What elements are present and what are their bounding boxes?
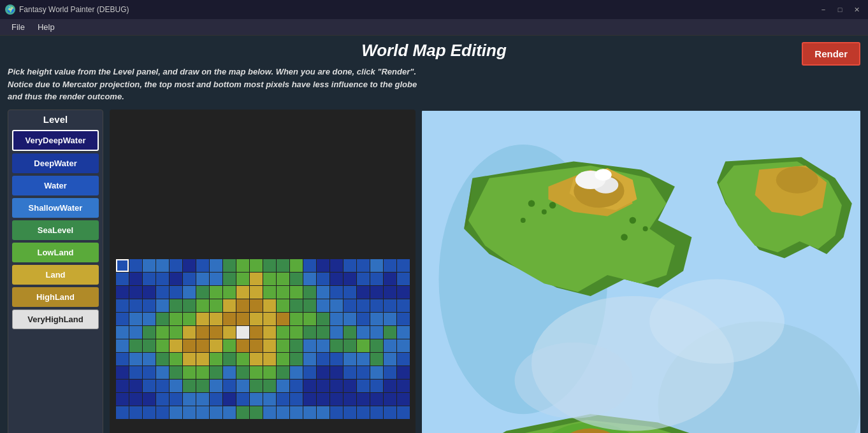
grid-cell[interactable] — [170, 366, 182, 379]
grid-cell[interactable] — [116, 273, 129, 285]
menu-help[interactable]: Help — [31, 20, 61, 34]
grid-cell[interactable] — [370, 313, 383, 325]
grid-cell[interactable] — [143, 353, 156, 366]
grid-cell[interactable] — [290, 393, 303, 406]
grid-cell[interactable] — [196, 299, 209, 312]
grid-cell[interactable] — [263, 339, 276, 352]
grid-cell[interactable] — [344, 339, 356, 352]
grid-cell[interactable] — [250, 339, 263, 352]
grid-map[interactable] — [112, 255, 414, 423]
grid-cell[interactable] — [236, 259, 249, 272]
grid-cell[interactable] — [156, 406, 169, 419]
grid-cell[interactable] — [357, 259, 370, 272]
grid-cell[interactable] — [344, 259, 356, 272]
grid-cell[interactable] — [344, 313, 356, 325]
grid-cell[interactable] — [397, 273, 410, 285]
grid-cell[interactable] — [330, 393, 343, 406]
grid-cell[interactable] — [183, 339, 196, 352]
grid-cell[interactable] — [183, 273, 196, 285]
grid-cell[interactable] — [210, 286, 222, 299]
grid-cell[interactable] — [290, 339, 303, 352]
grid-cell[interactable] — [143, 366, 156, 379]
grid-cell[interactable] — [263, 259, 276, 272]
grid-cell[interactable] — [196, 273, 209, 285]
grid-cell[interactable] — [236, 299, 249, 312]
grid-cell[interactable] — [317, 259, 329, 272]
grid-cell[interactable] — [250, 299, 263, 312]
grid-cell[interactable] — [236, 353, 249, 366]
grid-cell[interactable] — [290, 353, 303, 366]
grid-cell[interactable] — [196, 380, 209, 392]
grid-cell[interactable] — [384, 353, 396, 366]
grid-cell[interactable] — [236, 339, 249, 352]
grid-cell[interactable] — [370, 339, 383, 352]
grid-container[interactable] — [112, 255, 414, 423]
grid-cell[interactable] — [183, 406, 196, 419]
grid-cell[interactable] — [303, 326, 316, 339]
grid-cell[interactable] — [330, 380, 343, 392]
grid-cell[interactable] — [129, 353, 142, 366]
grid-cell[interactable] — [263, 380, 276, 392]
grid-cell[interactable] — [317, 353, 329, 366]
grid-cell[interactable] — [330, 259, 343, 272]
grid-cell[interactable] — [250, 273, 263, 285]
level-very-highland[interactable]: VeryHighLand — [12, 309, 99, 329]
grid-cell[interactable] — [357, 366, 370, 379]
grid-cell[interactable] — [250, 286, 263, 299]
grid-cell[interactable] — [317, 406, 329, 419]
grid-cell[interactable] — [357, 326, 370, 339]
grid-cell[interactable] — [344, 286, 356, 299]
grid-cell[interactable] — [317, 273, 329, 285]
grid-cell[interactable] — [330, 326, 343, 339]
grid-cell[interactable] — [129, 286, 142, 299]
level-deep-water[interactable]: DeepWater — [12, 153, 99, 173]
grid-cell[interactable] — [143, 406, 156, 419]
grid-cell[interactable] — [344, 393, 356, 406]
grid-cell[interactable] — [143, 259, 156, 272]
grid-cell[interactable] — [303, 286, 316, 299]
grid-cell[interactable] — [129, 313, 142, 325]
grid-cell[interactable] — [183, 366, 196, 379]
level-shallow-water[interactable]: ShallowWater — [12, 198, 99, 218]
grid-cell[interactable] — [223, 353, 236, 366]
grid-cell[interactable] — [129, 326, 142, 339]
grid-cell[interactable] — [357, 406, 370, 419]
grid-cell[interactable] — [116, 366, 129, 379]
grid-cell[interactable] — [277, 313, 289, 325]
grid-cell[interactable] — [330, 286, 343, 299]
grid-cell[interactable] — [263, 353, 276, 366]
grid-cell[interactable] — [116, 393, 129, 406]
grid-cell[interactable] — [357, 380, 370, 392]
grid-cell[interactable] — [196, 313, 209, 325]
grid-cell[interactable] — [317, 393, 329, 406]
grid-cell[interactable] — [223, 313, 236, 325]
grid-cell[interactable] — [277, 299, 289, 312]
grid-cell[interactable] — [250, 406, 263, 419]
grid-cell[interactable] — [277, 393, 289, 406]
grid-cell[interactable] — [384, 339, 396, 352]
grid-cell[interactable] — [317, 313, 329, 325]
grid-cell[interactable] — [236, 273, 249, 285]
grid-cell[interactable] — [223, 380, 236, 392]
maximize-button[interactable]: □ — [834, 3, 846, 16]
grid-cell[interactable] — [129, 406, 142, 419]
grid-cell[interactable] — [344, 366, 356, 379]
grid-cell[interactable] — [344, 406, 356, 419]
grid-cell[interactable] — [170, 406, 182, 419]
grid-cell[interactable] — [370, 326, 383, 339]
grid-cell[interactable] — [397, 259, 410, 272]
grid-cell[interactable] — [357, 393, 370, 406]
grid-cell[interactable] — [196, 286, 209, 299]
grid-cell[interactable] — [303, 299, 316, 312]
grid-cell[interactable] — [236, 380, 249, 392]
level-sea-level[interactable]: SeaLevel — [12, 220, 99, 240]
grid-cell[interactable] — [156, 366, 169, 379]
grid-cell[interactable] — [397, 353, 410, 366]
grid-cell[interactable] — [143, 380, 156, 392]
grid-cell[interactable] — [317, 286, 329, 299]
grid-cell[interactable] — [170, 273, 182, 285]
grid-cell[interactable] — [223, 393, 236, 406]
grid-cell[interactable] — [250, 366, 263, 379]
grid-cell[interactable] — [357, 273, 370, 285]
grid-cell[interactable] — [344, 353, 356, 366]
